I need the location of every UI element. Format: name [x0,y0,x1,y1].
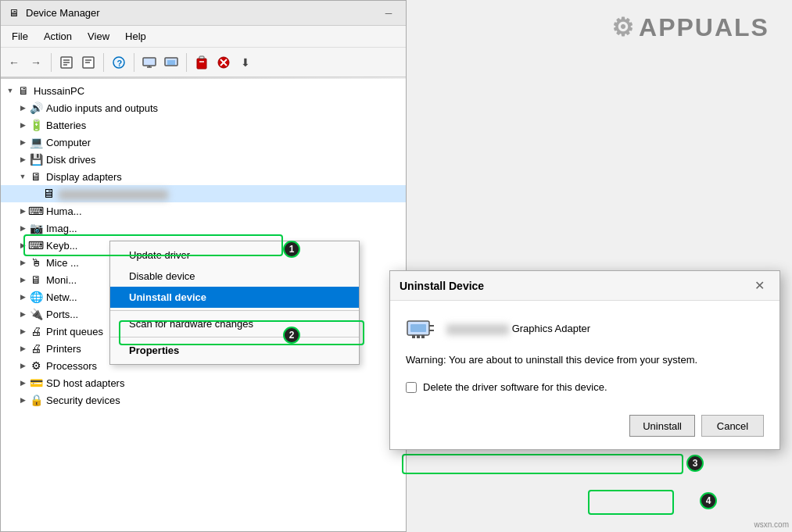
menu-view[interactable]: View [80,27,117,45]
printers-toggle[interactable]: ▶ [16,342,29,355]
svg-rect-26 [421,335,425,338]
dialog-checkbox-row: Delete the driver software for this devi… [406,381,764,393]
uninstall-button[interactable] [192,52,212,73]
netw-label: Netw... [46,291,77,303]
audio-toggle[interactable]: ▶ [16,102,29,114]
callout-outline-3 [402,454,683,474]
processors-toggle[interactable]: ▶ [16,359,29,372]
ports-icon: 🔌 [29,307,43,321]
menu-bar: File Action View Help [1,26,406,48]
menu-action[interactable]: Action [36,27,80,45]
toolbar-sep-2 [103,53,104,72]
properties-button[interactable] [56,52,77,73]
window-title: Device Manager [26,7,371,19]
sd-toggle[interactable]: ▶ [16,377,29,389]
tree-item-computer[interactable]: ▶ 💻 Computer [1,134,406,151]
blurred-name [59,190,168,200]
uninstall-confirm-button[interactable]: Uninstall [629,415,695,437]
tree-item-batteries[interactable]: ▶ 🔋 Batteries [1,116,406,134]
window-icon: 🖥 [7,7,20,20]
printers-icon: 🖨 [29,341,43,355]
display-sub-toggle [29,187,41,200]
printers-label: Printers [46,343,81,355]
watermark: ⚙ APPUALS [589,0,792,55]
badge-2: 2 [283,327,300,344]
keyb-toggle[interactable]: ▶ [16,239,29,252]
ctx-scan-hardware[interactable]: Scan for hardware changes [110,313,359,334]
tree-item-human[interactable]: ▶ ⌨ Huma... [1,202,406,220]
mice-label: Mice ... [46,257,79,269]
display-toggle[interactable]: ▼ [16,170,29,183]
svg-rect-21 [410,324,426,332]
menu-help[interactable]: Help [117,27,154,45]
dialog-device-icon [406,316,437,341]
ports-toggle[interactable]: ▶ [16,308,29,320]
imag-toggle[interactable]: ▶ [16,222,29,234]
forward-button[interactable]: → [26,52,46,73]
minimize-button[interactable]: ─ [378,5,400,21]
netw-icon: 🌐 [29,290,43,304]
tree-item-disk[interactable]: ▶ 💾 Disk drives [1,151,406,168]
root-toggle[interactable]: ▼ [4,84,16,97]
help-button[interactable]: ? [109,52,129,73]
security-toggle[interactable]: ▶ [16,394,29,406]
delete-driver-label[interactable]: Delete the driver software for this devi… [423,381,607,393]
dialog-title-text: Uninstall Device [400,280,748,292]
computer-toggle[interactable]: ▶ [16,136,29,148]
processors-label: Processors [46,360,97,372]
menu-file[interactable]: File [4,27,36,45]
badge-4: 4 [700,492,717,509]
cancel-button[interactable] [213,52,234,73]
tree-item-sd-host[interactable]: ▶ 💳 SD host adapters [1,374,406,391]
processors-icon: ⚙ [29,359,43,373]
display-label: Display adapters [46,171,122,183]
print-queues-toggle[interactable]: ▶ [16,325,29,337]
moni-toggle[interactable]: ▶ [16,273,29,286]
scan-button[interactable]: ⬇ [235,52,256,73]
ctx-sep-2 [110,337,359,337]
svg-rect-24 [412,335,415,338]
ctx-uninstall-device[interactable]: Uninstall device [110,287,359,308]
monitor-button[interactable] [161,52,181,73]
ctx-update-driver[interactable]: Update driver [110,245,359,266]
tree-item-imag[interactable]: ▶ 📷 Imag... [1,220,406,237]
cancel-dialog-button[interactable]: Cancel [701,415,764,437]
graphics-card-icon [406,316,437,341]
toolbar-sep-4 [186,53,187,72]
update-driver-button[interactable] [78,52,99,73]
tree-item-audio[interactable]: ▶ 🔊 Audio inputs and outputs [1,99,406,116]
dialog-title-bar: Uninstall Device ✕ [390,271,779,301]
title-bar-controls: ─ [378,5,400,21]
tree-root[interactable]: ▼ 🖥 HussainPC [1,82,406,99]
dialog-device-name: Graphics Adapter [446,323,590,335]
delete-driver-checkbox[interactable] [406,382,417,393]
mice-toggle[interactable]: ▶ [16,256,29,269]
display-button[interactable] [139,52,159,73]
ctx-disable-device[interactable]: Disable device [110,266,359,287]
dialog-close-button[interactable]: ✕ [748,275,770,297]
badge-1: 1 [283,241,300,258]
callout-outline-4 [588,490,674,515]
root-label: HussainPC [34,85,84,97]
tree-item-security[interactable]: ▶ 🔒 Security devices [1,391,406,409]
security-label: Security devices [46,395,120,406]
batteries-icon: 🔋 [29,118,43,132]
uninstall-dialog: Uninstall Device ✕ Graphics Adapter [389,270,780,450]
monitor-icon [164,57,178,68]
dialog-body: Graphics Adapter Warning: You are about … [390,301,779,449]
tree-item-display-sub[interactable]: 🖥 [1,185,406,202]
netw-toggle[interactable]: ▶ [16,291,29,303]
svg-text:?: ? [117,59,123,68]
wsxn-watermark: wsxn.com [754,520,789,529]
human-toggle[interactable]: ▶ [16,205,29,217]
keyb-label: Keyb... [46,240,77,252]
device-name-blurred [446,324,509,335]
tree-item-display[interactable]: ▼ 🖥 Display adapters [1,168,406,185]
batteries-toggle[interactable]: ▶ [16,119,29,131]
back-button[interactable]: ← [4,52,24,73]
svg-rect-14 [197,59,206,69]
disk-toggle[interactable]: ▶ [16,153,29,166]
sd-label: SD host adapters [46,377,124,389]
display-sub-icon: 🖥 [41,187,56,201]
toolbar-sep-3 [134,53,134,72]
